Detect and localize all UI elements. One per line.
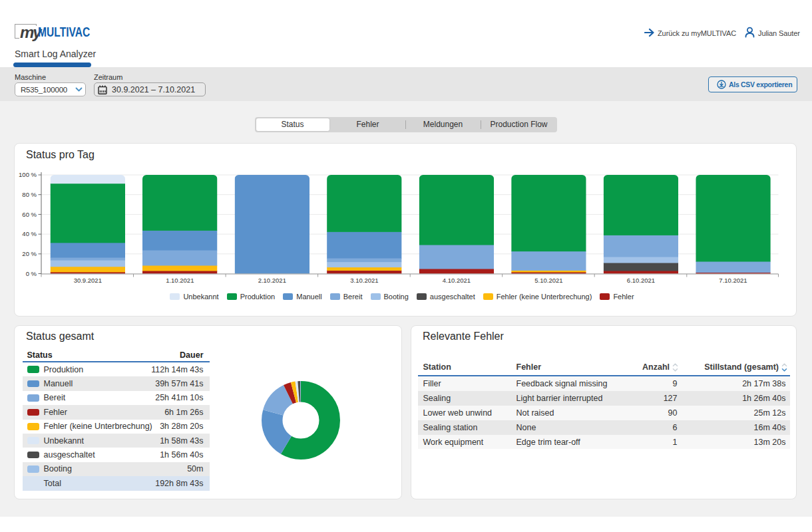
svg-text:30.9.2021: 30.9.2021 (74, 277, 102, 284)
svg-text:100 %: 100 % (19, 171, 37, 178)
svg-text:4.10.2021: 4.10.2021 (443, 277, 471, 284)
svg-text:5.10.2021: 5.10.2021 (534, 277, 562, 284)
svg-text:0 %: 0 % (26, 270, 37, 277)
svg-text:80 %: 80 % (22, 191, 37, 198)
svg-text:40 %: 40 % (22, 230, 37, 237)
svg-text:7.10.2021: 7.10.2021 (719, 277, 747, 284)
svg-text:1.10.2021: 1.10.2021 (166, 277, 194, 284)
svg-text:3.10.2021: 3.10.2021 (350, 277, 378, 284)
svg-text:20 %: 20 % (22, 250, 37, 257)
svg-text:2.10.2021: 2.10.2021 (258, 277, 286, 284)
svg-text:6.10.2021: 6.10.2021 (627, 277, 655, 284)
svg-text:60 %: 60 % (22, 211, 37, 218)
